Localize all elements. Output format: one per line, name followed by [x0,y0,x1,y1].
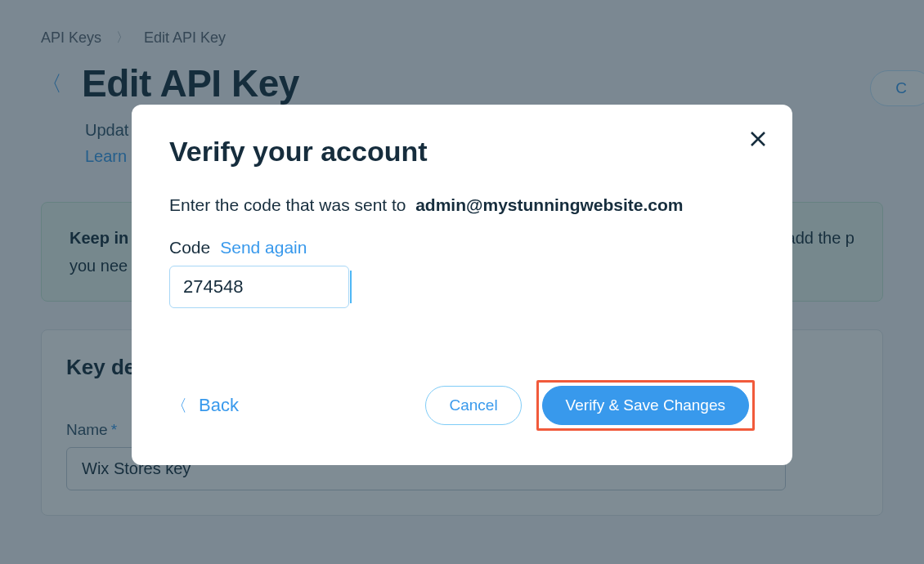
chevron-left-icon: 〈 [171,395,187,417]
input-caret [350,271,352,303]
modal-title: Verify your account [169,136,755,168]
verify-highlight: Verify & Save Changes [536,380,755,431]
modal-email: admin@mystunningwebsite.com [415,195,683,214]
modal-cancel-button[interactable]: Cancel [425,386,521,425]
back-button[interactable]: 〈 Back [171,395,239,417]
back-label: Back [199,395,239,416]
close-icon[interactable] [748,129,768,149]
code-input[interactable] [169,266,349,308]
modal-overlay: Verify your account Enter the code that … [0,0,924,564]
send-again-link[interactable]: Send again [220,238,307,257]
verify-save-button[interactable]: Verify & Save Changes [542,386,749,425]
code-label: Code [169,238,210,257]
verify-account-modal: Verify your account Enter the code that … [132,105,792,465]
modal-instruction: Enter the code that was sent to admin@my… [169,195,755,215]
